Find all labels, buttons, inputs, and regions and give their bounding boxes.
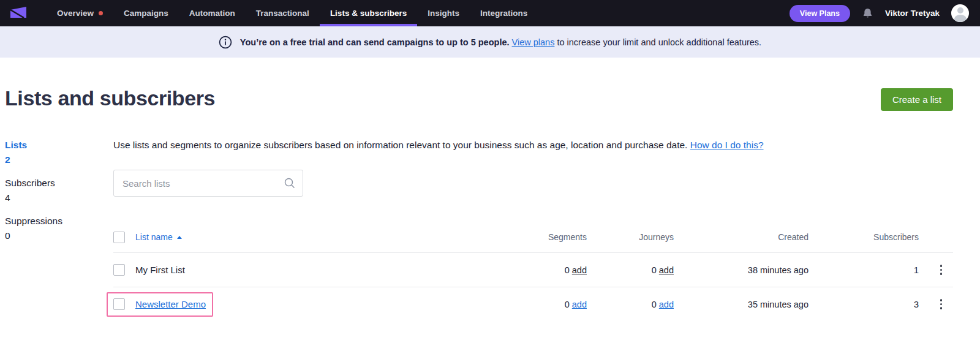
trial-banner: You’re on a free trial and can send camp…	[0, 26, 980, 58]
nav-item-insights[interactable]: Insights	[417, 0, 470, 26]
search-row	[113, 170, 953, 197]
nav-item-lists-subscribers[interactable]: Lists & subscribers	[320, 0, 417, 26]
table-header-row: List name Segments Journeys Created Subs…	[113, 222, 953, 252]
view-plans-button[interactable]: View Plans	[790, 5, 850, 22]
search-icon[interactable]	[284, 178, 295, 189]
created-cell: 35 minutes ago	[674, 300, 809, 309]
top-navigation: Overview Campaigns Automation Transactio…	[0, 0, 980, 26]
journeys-count: 0	[652, 300, 657, 309]
sidebar-item-subscribers[interactable]: Subscribers 4	[5, 176, 113, 205]
banner-text-bold: You’re on a free trial and can send camp…	[240, 37, 510, 47]
add-journey-link[interactable]: add	[659, 265, 674, 275]
subscribers-cell: 3	[809, 299, 919, 309]
sidebar-label: Lists	[5, 138, 113, 153]
segments-count: 0	[565, 300, 570, 309]
sidebar-count: 4	[5, 191, 113, 205]
banner-text: You’re on a free trial and can send camp…	[240, 37, 761, 47]
segments-cell: 0 add	[489, 300, 587, 309]
nav-item-transactional[interactable]: Transactional	[246, 0, 320, 26]
notifications-bell-icon[interactable]	[862, 7, 873, 20]
sidebar-item-suppressions[interactable]: Suppressions 0	[5, 214, 113, 243]
sidebar: Lists 2 Subscribers 4 Suppressions 0	[5, 138, 113, 321]
nav-item-integrations[interactable]: Integrations	[470, 0, 538, 26]
page-header: Lists and subscribers Create a list	[0, 58, 980, 111]
user-name[interactable]: Viktor Tretyak	[885, 9, 940, 18]
sidebar-label: Subscribers	[5, 176, 113, 191]
segments-header: Segments	[489, 232, 587, 242]
journeys-cell: 0 add	[587, 265, 674, 275]
nav-item-automation[interactable]: Automation	[179, 0, 246, 26]
segments-cell: 0 add	[489, 265, 587, 275]
table-row: My First List 0 add 0 add 38 minutes ago…	[113, 252, 953, 287]
subscribers-cell: 1	[809, 265, 919, 275]
brand-logo[interactable]	[0, 0, 34, 26]
created-header: Created	[674, 232, 809, 242]
intro-copy: Use lists and segments to organize subsc…	[113, 140, 687, 150]
campaign-monitor-logo-icon	[9, 5, 28, 22]
created-cell: 38 minutes ago	[674, 265, 809, 275]
how-do-i-do-this-link[interactable]: How do I do this?	[690, 140, 764, 150]
sort-by-list-name[interactable]: List name	[135, 232, 489, 242]
nav-label: Overview	[57, 9, 94, 18]
add-segment-link[interactable]: add	[572, 265, 587, 275]
nav-label: Integrations	[480, 9, 527, 18]
banner-text-rest: to increase your limit and unlock additi…	[557, 37, 761, 47]
sidebar-count: 0	[5, 229, 113, 243]
nav-label: Insights	[428, 9, 459, 18]
journeys-header: Journeys	[587, 232, 674, 242]
nav-label: Transactional	[256, 9, 309, 18]
search-box	[113, 170, 303, 197]
sidebar-count: 2	[5, 153, 113, 167]
list-name-link[interactable]: Newsletter Demo	[135, 299, 206, 309]
nav-label: Campaigns	[124, 9, 168, 18]
nav-label: Automation	[189, 9, 235, 18]
nav-item-overview[interactable]: Overview	[47, 0, 113, 26]
segments-count: 0	[565, 265, 570, 275]
row-menu-button[interactable]	[938, 297, 945, 312]
search-lists-input[interactable]	[113, 170, 303, 197]
nav-item-campaigns[interactable]: Campaigns	[113, 0, 179, 26]
create-a-list-button[interactable]: Create a list	[881, 88, 953, 111]
user-avatar[interactable]	[951, 4, 969, 22]
add-segment-link[interactable]: add	[572, 300, 587, 309]
info-icon	[219, 36, 232, 49]
list-name-cell: My First List	[135, 265, 489, 275]
intro-text: Use lists and segments to organize subsc…	[113, 138, 953, 153]
notification-dot-icon	[99, 11, 103, 15]
row-menu-button[interactable]	[938, 262, 945, 278]
sidebar-label: Suppressions	[5, 214, 113, 229]
row-checkbox[interactable]	[113, 298, 125, 310]
page-title: Lists and subscribers	[5, 86, 215, 110]
nav-right-section: View Plans Viktor Tretyak	[790, 0, 980, 26]
main-panel: Use lists and segments to organize subsc…	[113, 138, 953, 321]
content-area: Lists 2 Subscribers 4 Suppressions 0 Use…	[0, 138, 980, 321]
subscribers-header: Subscribers	[809, 232, 919, 242]
sort-ascending-icon	[177, 236, 182, 239]
table-row: Newsletter Demo 0 add 0 add 35 minutes a…	[113, 287, 953, 321]
lists-table: List name Segments Journeys Created Subs…	[113, 222, 953, 321]
row-checkbox[interactable]	[113, 264, 125, 276]
sidebar-item-lists[interactable]: Lists 2	[5, 138, 113, 167]
journeys-count: 0	[652, 265, 657, 275]
add-journey-link[interactable]: add	[659, 300, 674, 309]
list-name-header: List name	[135, 232, 173, 242]
journeys-cell: 0 add	[587, 300, 674, 309]
nav-label: Lists & subscribers	[330, 9, 407, 18]
nav-items: Overview Campaigns Automation Transactio…	[47, 0, 538, 26]
view-plans-link[interactable]: View plans	[512, 37, 555, 47]
select-all-checkbox[interactable]	[113, 232, 125, 243]
